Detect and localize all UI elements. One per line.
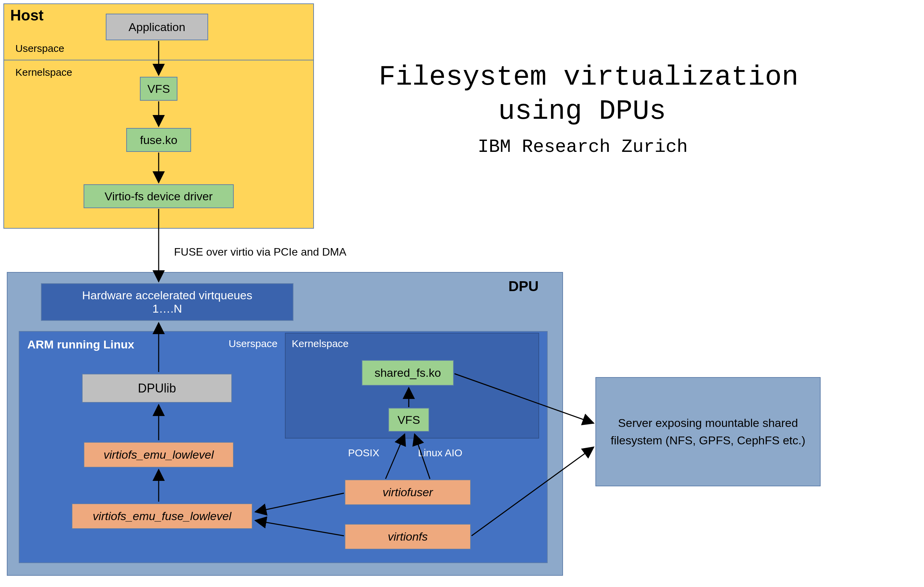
dpu-vfs-text: VFS [398, 413, 420, 427]
fuse-ko-box: fuse.ko [126, 128, 191, 152]
diagram-canvas: Filesystem virtualization using DPUs IBM… [0, 0, 924, 587]
fuse-over-virtio-label: FUSE over virtio via PCIe and DMA [174, 246, 346, 258]
arm-userspace-label: Userspace [229, 338, 277, 349]
virtiofs-emu-lowlevel-text: virtiofs_emu_lowlevel [103, 448, 214, 461]
host-kernelspace-label: Kernelspace [15, 66, 73, 78]
virtiofs-emu-fuse-lowlevel-box: virtiofs_emu_fuse_lowlevel [72, 503, 252, 529]
arm-heading: ARM running Linux [27, 338, 134, 351]
shared-fs-ko-text: shared_fs.ko [375, 366, 441, 380]
virtionfs-box: virtionfs [345, 524, 471, 549]
virtiofs-emu-fuse-lowlevel-text: virtiofs_emu_fuse_lowlevel [93, 509, 231, 523]
page-subtitle: IBM Research Zurich [478, 137, 688, 157]
dpulib-text: DPUlib [138, 381, 176, 395]
virtio-driver-box: Virtio-fs device driver [84, 184, 234, 208]
server-text2: filesystem (NFS, GPFS, CephFS etc.) [611, 432, 805, 449]
host-vfs-text: VFS [147, 82, 170, 96]
dpulib-box: DPUlib [82, 374, 232, 403]
virtqueues-text2: 1….N [152, 302, 182, 315]
page-title-line2: using DPUs [498, 96, 666, 127]
host-userspace-label: Userspace [15, 43, 64, 54]
virtiofs-emu-lowlevel-box: virtiofs_emu_lowlevel [84, 442, 234, 468]
application-box: Application [106, 14, 208, 40]
virtionfs-text: virtionfs [388, 530, 427, 543]
host-divider [4, 60, 313, 60]
arm-kernelspace-label: Kernelspace [292, 338, 349, 349]
virtiofuser-box: virtiofuser [345, 480, 471, 505]
fuse-ko-text: fuse.ko [140, 134, 177, 147]
linux-aio-label: Linux AIO [418, 447, 462, 459]
shared-fs-ko-box: shared_fs.ko [362, 360, 454, 386]
page-title-line1: Filesystem virtualization [379, 61, 799, 93]
virtio-driver-text: Virtio-fs device driver [105, 190, 213, 203]
virtiofuser-text: virtiofuser [383, 486, 433, 499]
virtqueues-text1: Hardware accelerated virtqueues [82, 289, 252, 302]
dpu-vfs-box: VFS [388, 408, 429, 432]
server-text1: Server exposing mountable shared [618, 414, 798, 432]
host-vfs-box: VFS [140, 77, 177, 101]
dpu-heading: DPU [508, 278, 539, 294]
virtqueues-box: Hardware accelerated virtqueues 1….N [41, 283, 294, 321]
posix-label: POSIX [348, 447, 380, 459]
application-text: Application [129, 20, 185, 34]
host-heading: Host [10, 7, 44, 24]
server-box: Server exposing mountable shared filesys… [596, 377, 821, 486]
